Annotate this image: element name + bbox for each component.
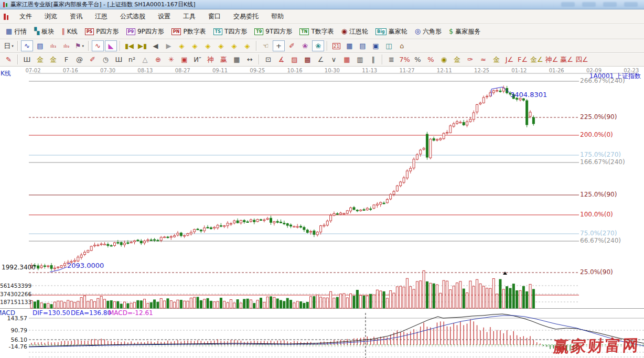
crosshair-red-icon[interactable]: ⊕ [152, 54, 164, 65]
step-forward-icon[interactable]: ▶ [163, 40, 175, 51]
grid-123-icon[interactable]: ▦ [231, 54, 243, 65]
zigzag-blue-icon[interactable]: ∿ [21, 40, 33, 51]
zigzag-tool-icon[interactable]: ∨ [328, 54, 340, 65]
hexagon-button[interactable]: ◎六角形 [411, 27, 445, 36]
p-square-button[interactable]: PSP四方形 [81, 27, 123, 36]
spiral-icon-glyph: @ [76, 56, 83, 63]
box-select-icon[interactable]: ⊡ [262, 54, 274, 65]
pin-icon[interactable]: ✐ [286, 40, 298, 51]
j-angle-icon[interactable]: J∠ [503, 54, 516, 65]
computer-icon[interactable]: ⌂ [396, 40, 408, 51]
gold-ruler-icon[interactable]: 金 [34, 54, 46, 65]
spiral-icon[interactable]: @ [73, 54, 85, 65]
flower-teal-icon[interactable]: ❀ [312, 40, 324, 51]
hand-drag-icon[interactable]: ☜ [260, 40, 272, 51]
diamond-right-icon[interactable]: ◈ [189, 40, 201, 51]
angle-flag-icon[interactable]: △ [139, 54, 151, 65]
shen-grid-icon[interactable]: 神 [205, 54, 217, 65]
chart-area[interactable]: 07-0207-1607-3008-1308-2709-1109-2510-16… [0, 67, 644, 358]
percent-icon[interactable]: % [412, 54, 424, 65]
winner-service-button[interactable]: $赢家服务 [445, 27, 484, 36]
percent-slash-icon[interactable]: 7% [399, 54, 411, 65]
star-grid-icon[interactable]: ✳ [165, 54, 177, 65]
four-angle-icon[interactable]: 四∠ [575, 54, 589, 65]
flag-icon[interactable]: ⚑▾ [73, 40, 85, 51]
flower-purple-icon[interactable]: ❀ [299, 40, 311, 51]
elliott-icon[interactable]: И″ [191, 54, 203, 65]
mini-bars-3-icon[interactable]: ılı₃ [47, 40, 59, 51]
winner-wheel-button[interactable]: Big赢家轮 [372, 27, 411, 36]
t-number-table-button[interactable]: TNT数字表 [296, 27, 338, 36]
stats-list-icon[interactable]: ≣ [385, 54, 398, 65]
gold-ruler2-icon[interactable]: 金 [47, 54, 59, 65]
trend-lines-icon[interactable]: ∠ [315, 54, 327, 65]
f-angle-icon[interactable]: F∠ [517, 54, 529, 65]
shen-angle-icon[interactable]: 神∠ [545, 54, 559, 65]
last-page-icon[interactable]: ▶▮ [136, 40, 148, 51]
diamond-left-icon[interactable]: ◈ [176, 40, 188, 51]
grid-dark-icon[interactable]: ▥ [354, 54, 366, 65]
t9-square-button[interactable]: T99T四方形 [251, 27, 296, 36]
star-grid-icon-glyph: ✳ [168, 56, 174, 63]
diamond-all-icon[interactable]: ◈ [241, 40, 253, 51]
calendar-21-icon[interactable]: 21 [330, 40, 342, 51]
menu-帮助[interactable]: 帮助 [265, 9, 290, 24]
sector-blocks-button[interactable]: ▚板块 [30, 27, 58, 36]
save-disk-icon[interactable]: ▣ [370, 40, 382, 51]
menu-江恩[interactable]: 江恩 [89, 9, 114, 24]
wave-lines-icon[interactable]: ≈ [477, 54, 489, 65]
menu-浏览[interactable]: 浏览 [38, 9, 63, 24]
t-square-button[interactable]: TST四方形 [210, 27, 251, 36]
p-number-table-button[interactable]: PNP数字表 [168, 27, 210, 36]
diamond-compress-icon[interactable]: ◈ [215, 40, 227, 51]
info-panel-icon[interactable]: ▤ [34, 40, 46, 51]
calculator-icon[interactable]: ▦ [344, 40, 356, 51]
kline-button[interactable]: ∥K线 [58, 27, 81, 36]
menu-交易委托[interactable]: 交易委托 [227, 9, 265, 24]
pen-tool-icon[interactable]: ✎ [3, 54, 15, 65]
f-ruler-icon[interactable]: F [60, 54, 72, 65]
zigzag-red-icon[interactable]: ∿ [92, 40, 104, 51]
menu-窗口[interactable]: 窗口 [202, 9, 227, 24]
sector-blocks-button-icon: ▚ [34, 28, 39, 35]
ink-brush-icon[interactable]: ✑ [464, 54, 476, 65]
brush-tool-icon[interactable]: ✐ [87, 54, 99, 65]
step-back-icon[interactable]: ◀ [149, 40, 162, 51]
mini-bars-9-icon[interactable]: ılı₉ [60, 40, 72, 51]
percent-line-icon[interactable]: % [425, 54, 437, 65]
diamond-expand-icon[interactable]: ◈ [202, 40, 214, 51]
box-grid-icon[interactable]: ▣ [178, 54, 190, 65]
clock-circle-icon[interactable]: ◷ [100, 54, 112, 65]
gold-angle-icon[interactable]: 金∠ [530, 54, 544, 65]
comb-ruler-icon[interactable]: Ш [21, 54, 33, 65]
menu-公式选股[interactable]: 公式选股 [114, 9, 152, 24]
color-chart-icon[interactable]: ◣ [105, 40, 117, 51]
tick-ruler-icon[interactable]: Ш [113, 54, 125, 65]
p9-square-button[interactable]: P99P四方形 [123, 27, 168, 36]
menu-工具[interactable]: 工具 [177, 9, 202, 24]
gold-eq-icon[interactable]: 金 [490, 54, 502, 65]
fan-box-icon[interactable]: ▨ [288, 54, 300, 65]
gold-lines-icon[interactable]: 金 [451, 54, 463, 65]
fan-lines-icon[interactable]: ∡ [275, 54, 287, 65]
ying-grid-icon[interactable]: 赢 [218, 54, 230, 65]
menu-资讯[interactable]: 资讯 [63, 9, 89, 24]
menu-设置[interactable]: 设置 [152, 9, 177, 24]
width-arrow-icon[interactable]: ↔ [244, 54, 256, 65]
notes-icon[interactable]: ▤ [357, 40, 369, 51]
grid-red-icon[interactable]: ▦ [341, 54, 353, 65]
gann-wheel-button[interactable]: ◉江恩轮 [338, 27, 372, 36]
market-quotes-button[interactable]: ▦行情 [2, 27, 30, 36]
diamond-up-icon[interactable]: ◈ [228, 40, 240, 51]
gold-circle-icon[interactable]: ◉ [438, 54, 450, 65]
n2-icon[interactable]: n² [126, 54, 138, 65]
net-share-icon[interactable]: ◫ [383, 40, 395, 51]
gold-angle-icon-glyph: 金∠ [530, 55, 543, 64]
first-page-icon[interactable]: ▮◀ [123, 40, 135, 51]
period-day-icon[interactable]: 日▾ [3, 40, 15, 51]
menu-文件[interactable]: 文件 [13, 9, 38, 24]
ying-angle-icon[interactable]: 赢∠ [560, 54, 574, 65]
fan-box2-icon[interactable]: ▩ [302, 54, 314, 65]
crosshair-icon[interactable]: + [273, 40, 285, 51]
parallel-lines-icon[interactable]: ∥ [367, 54, 379, 65]
